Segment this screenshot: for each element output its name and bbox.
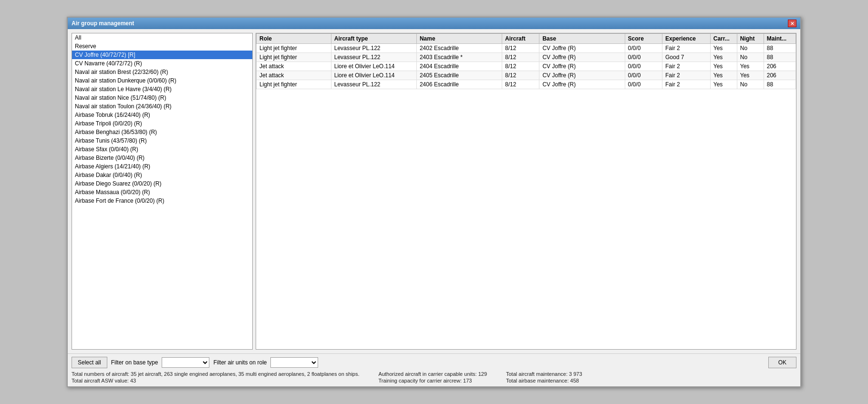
base-list-item[interactable]: Airbase Tunis (43/57/80) (R) [72,136,252,145]
table-row[interactable]: Light jet fighterLevasseur PL.1222402 Es… [257,44,796,53]
stat-carrier-units: Authorized aircraft in carrier capable u… [379,371,487,377]
base-list-item[interactable]: Airbase Fort de France (0/0/20) (R) [72,197,252,205]
table-cell-role: Jet attack [257,71,331,80]
stat-training: Training capacity for carrier aircrew: 1… [379,378,487,383]
table-column-header[interactable]: Role [257,34,331,44]
table-cell-maint: 206 [764,62,796,71]
table-cell-role: Jet attack [257,62,331,71]
base-list-item[interactable]: Airbase Diego Suarez (0/0/20) (R) [72,179,252,188]
table-row[interactable]: Jet attackLiore et Olivier LeO.1142405 E… [257,71,796,80]
table-cell-maint: 88 [764,44,796,53]
stat-asw: Total aircraft ASW value: 43 [72,378,360,383]
bottom-bar: Select all Filter on base type Filter ai… [68,353,800,386]
table-cell-maint: 206 [764,71,796,80]
table-cell-experience: Fair 2 [662,44,710,53]
table-cell-base: CV Joffre (R) [539,53,625,62]
base-list-item[interactable]: Airbase Benghazi (36/53/80) (R) [72,128,252,136]
filter-role-select[interactable] [270,357,318,368]
base-list-item[interactable]: Airbase Sfax (0/0/40) (R) [72,145,252,154]
air-group-table: RoleAircraft typeNameAircraftBaseScoreEx… [256,33,796,89]
stats-middle: Authorized aircraft in carrier capable u… [379,371,487,383]
table-row[interactable]: Light jet fighterLevasseur PL.1222403 Es… [257,53,796,62]
table-cell-score: 0/0/0 [625,53,662,62]
bottom-stats: Total numbers of aircraft: 35 jet aircra… [72,371,796,383]
stat-maint-aircraft: Total aircraft maintenance: 3 973 [506,371,582,377]
stats-left: Total numbers of aircraft: 35 jet aircra… [72,371,360,383]
air-group-table-panel: RoleAircraft typeNameAircraftBaseScoreEx… [256,33,796,350]
table-cell-role: Light jet fighter [257,53,331,62]
table-cell-score: 0/0/0 [625,44,662,53]
base-list-item[interactable]: Airbase Algiers (14/21/40) (R) [72,162,252,171]
base-list-item[interactable]: Airbase Tobruk (16/24/40) (R) [72,111,252,119]
table-column-header[interactable]: Name [416,34,502,44]
base-list-panel[interactable]: AllReserveCV Joffre (40/72/72) [R]CV Nav… [72,33,253,350]
base-list-item[interactable]: CV Joffre (40/72/72) [R] [72,51,252,59]
table-cell-name: 2405 Escadrille [416,71,502,80]
bottom-controls: Select all Filter on base type Filter ai… [72,357,796,368]
table-cell-night: No [737,44,764,53]
table-cell-aircraft_type: Liore et Olivier LeO.114 [331,71,416,80]
table-column-header[interactable]: Aircraft [502,34,539,44]
table-cell-name: 2406 Escadrille [416,80,502,89]
table-cell-carrier: Yes [710,71,737,80]
base-list-item[interactable]: Naval air station Brest (22/32/60) (R) [72,68,252,76]
table-cell-carrier: Yes [710,53,737,62]
table-cell-name: 2404 Escadrille [416,62,502,71]
table-cell-aircraft: 8/12 [502,44,539,53]
base-list-item[interactable]: CV Navarre (40/72/72) (R) [72,59,252,68]
close-button[interactable]: ✕ [788,20,796,27]
table-column-header[interactable]: Base [539,34,625,44]
table-cell-base: CV Joffre (R) [539,80,625,89]
table-column-header[interactable]: Night [737,34,764,44]
table-cell-base: CV Joffre (R) [539,71,625,80]
stat-maint-airbase: Total airbase maintenance: 458 [506,378,582,383]
table-cell-name: 2402 Escadrille [416,44,502,53]
main-content: AllReserveCV Joffre (40/72/72) [R]CV Nav… [68,29,800,353]
base-list-item[interactable]: Naval air station Le Havre (3/4/40) (R) [72,85,252,93]
table-row[interactable]: Jet attackLiore et Olivier LeO.1142404 E… [257,62,796,71]
table-cell-aircraft: 8/12 [502,62,539,71]
select-all-button[interactable]: Select all [72,357,107,368]
table-cell-carrier: Yes [710,44,737,53]
filter-base-select[interactable] [162,357,209,368]
window-title: Air group management [72,20,134,27]
table-cell-night: No [737,80,764,89]
table-cell-carrier: Yes [710,80,737,89]
table-row[interactable]: Light jet fighterLevasseur PL.1222406 Es… [257,80,796,89]
table-cell-role: Light jet fighter [257,44,331,53]
ok-button[interactable]: OK [768,357,796,368]
base-list-item[interactable]: All [72,33,252,42]
table-cell-carrier: Yes [710,62,737,71]
base-list-item[interactable]: Naval air station Toulon (24/36/40) (R) [72,102,252,111]
table-column-header[interactable]: Aircraft type [331,34,416,44]
base-list-item[interactable]: Airbase Bizerte (0/0/40) (R) [72,154,252,162]
base-list-item[interactable]: Airbase Dakar (0/0/40) (R) [72,171,252,179]
table-cell-aircraft_type: Levasseur PL.122 [331,44,416,53]
table-cell-role: Light jet fighter [257,80,331,89]
base-list-item[interactable]: Airbase Massaua (0/0/20) (R) [72,188,252,197]
table-cell-score: 0/0/0 [625,71,662,80]
table-cell-base: CV Joffre (R) [539,62,625,71]
table-cell-aircraft_type: Levasseur PL.122 [331,53,416,62]
table-column-header[interactable]: Carr... [710,34,737,44]
air-group-management-window: Air group management ✕ AllReserveCV Joff… [67,17,801,387]
table-cell-name: 2403 Escadrille * [416,53,502,62]
table-column-header[interactable]: Experience [662,34,710,44]
filter-base-label: Filter on base type [111,359,158,366]
title-bar-buttons: ✕ [788,20,796,27]
table-cell-score: 0/0/0 [625,80,662,89]
table-cell-aircraft_type: Levasseur PL.122 [331,80,416,89]
table-cell-aircraft_type: Liore et Olivier LeO.114 [331,62,416,71]
table-column-header[interactable]: Score [625,34,662,44]
table-cell-night: Yes [737,62,764,71]
base-list-item[interactable]: Reserve [72,42,252,51]
table-cell-maint: 88 [764,80,796,89]
table-column-header[interactable]: Maint... [764,34,796,44]
base-list-item[interactable]: Naval air station Nice (51/74/80) (R) [72,93,252,102]
base-list-item[interactable]: Naval air station Dunkerque (0/0/60) (R) [72,76,252,85]
stat-total-aircraft: Total numbers of aircraft: 35 jet aircra… [72,371,360,377]
table-cell-experience: Fair 2 [662,62,710,71]
base-list-item[interactable]: Airbase Tripoli (0/0/20) (R) [72,119,252,128]
table-cell-aircraft: 8/12 [502,80,539,89]
filter-role-label: Filter air units on role [213,359,267,366]
